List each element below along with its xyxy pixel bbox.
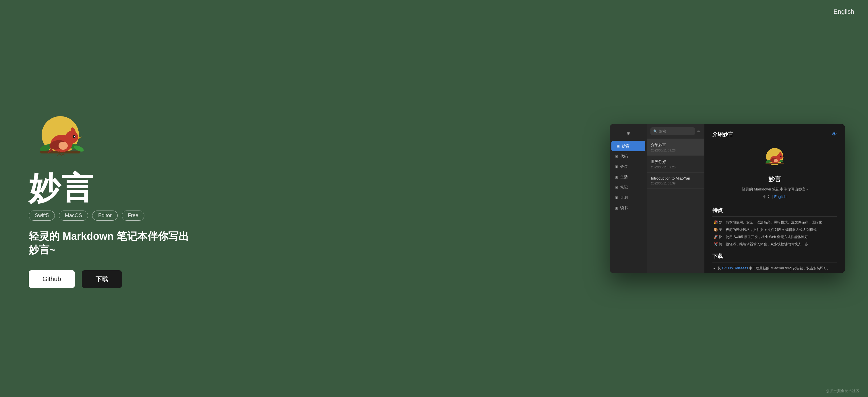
sidebar-header: ⊞: [610, 129, 647, 141]
note-item-2[interactable]: Introduction to MiaoYan 2022/06/11 08:39: [647, 173, 704, 189]
note-title-1: 世界你好: [651, 159, 700, 164]
editor-app-name: 妙言: [712, 174, 837, 185]
bird-illustration: [29, 109, 92, 166]
editor-area: 介绍妙言 👁: [704, 124, 845, 273]
sidebar-item-reading[interactable]: ▣ 读书: [610, 203, 647, 213]
editor-app-subtitle: 轻灵的 Markdown 笔记本伴你写出妙言~: [712, 186, 837, 193]
download-button[interactable]: 下载: [82, 270, 122, 288]
folder-icon-1: ▣: [615, 154, 618, 158]
notes-list: 🔍 搜索 ✏ 介绍妙言 2022/06/11 09:26 世界你好 2022/0…: [647, 124, 704, 273]
note-item-1[interactable]: 世界你好 2022/06/11 09:25: [647, 156, 704, 173]
sidebar-label-3: 生活: [620, 174, 628, 179]
footer-text: @掘土掘金技术社区: [826, 389, 859, 393]
footer: @掘土掘金技术社区: [826, 388, 859, 394]
sidebar-label-6: 读书: [620, 205, 628, 210]
sidebar-label-2: 会议: [620, 164, 628, 169]
folder-icon-4: ▣: [615, 185, 618, 189]
download-heading: 下载: [712, 252, 837, 263]
editor-title-bar: 介绍妙言 👁: [712, 131, 837, 138]
search-bar[interactable]: 🔍 搜索: [650, 127, 695, 135]
feature-item-2: 🚀 快：使用 Swift5 原生开发，相比 Web 套壳方式性能体验好: [712, 234, 837, 240]
tag-editor: Editor: [92, 210, 118, 221]
app-title: 妙言: [29, 172, 189, 204]
edit-icon[interactable]: ✏: [697, 129, 701, 134]
svg-line-16: [57, 154, 60, 156]
language-switch[interactable]: English: [834, 8, 854, 15]
sidebar-label-5: 计划: [620, 195, 628, 200]
tag-macos: MacOS: [59, 210, 88, 221]
header: English: [820, 0, 868, 24]
feature-item-0: 🎉 妙：纯本地使用、安全、语法高亮、黑暗模式、源文件保存、国际化: [712, 220, 837, 225]
sidebar-item-meeting[interactable]: ▣ 会议: [610, 162, 647, 172]
folder-icon-2: ▣: [615, 165, 618, 169]
feature-item-1: 🎨 美：极简的设计风格，文件夹 + 文件列表 + 编辑器方式 3 列模式: [712, 227, 837, 233]
note-date-1: 2022/06/11 09:25: [651, 166, 700, 169]
notes-header: 🔍 搜索 ✏: [647, 124, 704, 139]
buttons-container: Github 下载: [29, 270, 189, 288]
folder-icon-0: ▣: [617, 144, 620, 148]
editor-title: 介绍妙言: [712, 131, 733, 138]
folder-icon-6: ▣: [615, 206, 618, 210]
folder-icon-5: ▣: [615, 196, 618, 200]
editor-lang: 中文｜English: [712, 194, 837, 200]
search-placeholder: 搜索: [659, 129, 666, 134]
tag-swift5: Swift5: [29, 210, 55, 221]
github-releases-link[interactable]: GitHub Releases: [722, 266, 748, 270]
editor-content: 妙言 轻灵的 Markdown 笔记本伴你写出妙言~ 中文｜English 特点…: [712, 144, 837, 273]
features-list: 🎉 妙：纯本地使用、安全、语法高亮、黑暗模式、源文件保存、国际化 🎨 美：极简的…: [712, 220, 837, 247]
download-item-0: 从 GitHub Releases 中下载最新的 MiaoYan.dmg 安装包…: [718, 265, 837, 271]
note-title-0: 介绍妙言: [651, 142, 700, 147]
svg-line-19: [63, 154, 65, 156]
svg-point-31: [774, 159, 778, 162]
features-heading: 特点: [712, 206, 837, 217]
note-date-2: 2022/06/11 08:39: [651, 181, 700, 185]
tagline: 轻灵的 Markdown 笔记本伴你写出妙言~: [29, 230, 189, 257]
editor-lang-link[interactable]: English: [774, 195, 786, 199]
search-icon: 🔍: [653, 129, 657, 133]
feature-item-3: ✂️ 简：很轻巧，纯编辑器输入体验，众多快捷键助你快人一步: [712, 241, 837, 247]
svg-point-29: [781, 156, 781, 157]
sidebar-label-0: 妙言: [622, 143, 629, 148]
sidebar-item-notes[interactable]: ▣ 笔记: [610, 182, 647, 193]
svg-point-10: [74, 136, 75, 137]
download-list: 从 GitHub Releases 中下载最新的 MiaoYan.dmg 安装包…: [712, 265, 837, 273]
sidebar-folder-icon: ⊞: [627, 131, 630, 136]
tags-container: Swift5 MacOS Editor Free: [29, 210, 189, 221]
editor-bird-illustration: [712, 144, 837, 170]
sidebar-item-plan[interactable]: ▣ 计划: [610, 193, 647, 203]
note-date-0: 2022/06/11 09:26: [651, 148, 700, 152]
download-item-1: 如果在国内下载速度很慢，你可以试试 Vercel 来下载最新的 MiaoYan-…: [718, 273, 837, 273]
sidebar-label-4: 笔记: [620, 185, 628, 190]
eye-icon[interactable]: 👁: [832, 131, 837, 137]
left-section: 妙言 Swift5 MacOS Editor Free 轻灵的 Markdown…: [29, 109, 189, 288]
sidebar-item-life[interactable]: ▣ 生活: [610, 172, 647, 182]
svg-point-12: [59, 142, 68, 150]
main-layout: 妙言 Swift5 MacOS Editor Free 轻灵的 Markdown…: [0, 0, 868, 397]
note-title-2: Introduction to MiaoYan: [651, 176, 700, 180]
tag-free: Free: [122, 210, 144, 221]
note-item-0[interactable]: 介绍妙言 2022/06/11 09:26: [647, 139, 704, 156]
app-window: ⊞ ▣ 妙言 ▣ 代码 ▣ 会议 ▣ 生活: [610, 124, 845, 273]
sidebar-item-miaoyan[interactable]: ▣ 妙言: [611, 141, 645, 151]
sidebar-item-code[interactable]: ▣ 代码: [610, 151, 647, 162]
app-screenshot: ⊞ ▣ 妙言 ▣ 代码 ▣ 会议 ▣ 生活: [610, 124, 845, 273]
sidebar: ⊞ ▣ 妙言 ▣ 代码 ▣ 会议 ▣ 生活: [610, 124, 647, 273]
sidebar-label-1: 代码: [620, 154, 628, 159]
github-button[interactable]: Github: [29, 270, 75, 288]
folder-icon-3: ▣: [615, 175, 618, 179]
